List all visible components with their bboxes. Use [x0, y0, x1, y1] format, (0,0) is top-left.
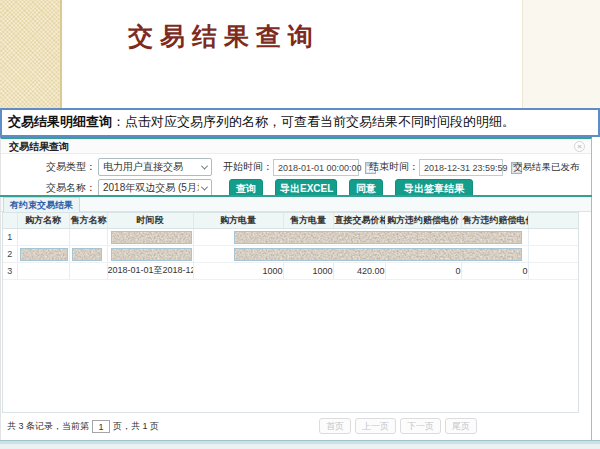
price-cell: 420.00 — [333, 262, 385, 279]
panel-header: 交易结果查询 × — [1, 139, 591, 154]
table-header-row: 购方名称 售方名称 时间段 购方电量 售方电量 直接交易价格 购方违约赔偿电价 … — [3, 213, 579, 228]
filler-cell — [528, 262, 579, 279]
row-index: 1 — [3, 228, 17, 245]
beige-sidebar — [0, 0, 62, 108]
page-number-input[interactable] — [92, 420, 110, 433]
tab-constrained-results[interactable]: 有约束交易结果 — [3, 197, 80, 212]
pagination-bar: 共 3 条记录，当前第 页，共 1 页 首页 上一页 下一页 尾页 — [1, 413, 591, 440]
dropdown-arrow-icon — [201, 162, 208, 169]
start-time-label: 开始时间： — [223, 158, 273, 176]
column-header-period: 时间段 — [107, 213, 193, 228]
redacted-block — [111, 231, 192, 244]
notice-body: ：点击对应交易序列的名称，可查看当前交易结果不同时间段的明细。 — [112, 114, 515, 129]
collapse-panel-icon[interactable]: × — [574, 141, 585, 152]
values-cell-group — [193, 245, 528, 262]
column-header-buyer-energy: 购方电量 — [193, 213, 283, 228]
seller-energy-cell: 1000 — [283, 262, 333, 279]
record-summary-suffix: 页，共 1 页 — [113, 420, 159, 433]
table-row-1: 1 — [3, 228, 579, 245]
next-page-button[interactable]: 下一页 — [400, 418, 441, 434]
filler-cell — [528, 228, 579, 245]
dropdown-arrow-icon — [201, 183, 208, 190]
buyer-name-cell[interactable] — [17, 245, 69, 262]
trade-type-value: 电力用户直接交易 — [103, 158, 183, 176]
buyer-energy-cell: 1000 — [193, 262, 283, 279]
redacted-block — [234, 231, 522, 244]
app-screen: 交易结果查询 交易结果明细查询：点击对应交易序列的名称，可查看当前交易结果不同时… — [0, 0, 600, 449]
last-page-button[interactable]: 尾页 — [445, 418, 477, 434]
column-header-index — [3, 213, 17, 228]
redacted-block — [72, 248, 102, 261]
column-header-buyer-penalty: 购方违约赔偿电价 — [385, 213, 461, 228]
period-cell — [107, 245, 193, 262]
start-time-value: 2018-01-01 00:00:00 — [278, 159, 362, 177]
table-row-3: 3 2018-01-01至2018-12-31 1000 1000 420.00… — [3, 262, 579, 279]
trade-type-select[interactable]: 电力用户直接交易 — [98, 158, 212, 176]
column-header-seller-penalty: 售方违约赔偿电价 — [461, 213, 528, 228]
end-time-input[interactable]: 2018-12-31 23:59:59 — [419, 159, 503, 176]
start-time-input[interactable]: 2018-01-01 00:00:00 — [273, 159, 359, 176]
notice-lead: 交易结果明细查询 — [8, 114, 112, 129]
published-status-text: 交易结果已发布 — [513, 158, 580, 176]
row-index: 2 — [3, 245, 17, 262]
column-header-seller: 售方名称 — [69, 213, 107, 228]
prev-page-button[interactable]: 上一页 — [355, 418, 396, 434]
column-header-buyer: 购方名称 — [17, 213, 69, 228]
column-header-seller-energy: 售方电量 — [283, 213, 333, 228]
top-right-strip — [522, 0, 600, 108]
buyer-name-cell[interactable] — [17, 228, 69, 245]
values-cell-group — [193, 228, 528, 245]
trade-type-label: 交易类型： — [46, 158, 96, 176]
bottom-bar — [0, 440, 600, 449]
period-cell: 2018-01-01至2018-12-31 — [107, 262, 193, 279]
redacted-block — [111, 248, 192, 261]
buyer-name-cell[interactable] — [17, 262, 69, 279]
seller-penalty-cell: 0 — [461, 262, 528, 279]
seller-name-cell[interactable] — [69, 245, 107, 262]
column-header-filler — [528, 213, 579, 228]
tab-bar: 有约束交易结果 — [1, 197, 591, 212]
row-index: 3 — [3, 262, 17, 279]
panel-title: 交易结果查询 — [9, 141, 69, 152]
query-panel: 交易结果查询 × 交易类型： 电力用户直接交易 开始时间： 2018-01-01… — [0, 137, 592, 440]
table-row-2: 2 — [3, 245, 579, 262]
record-summary: 共 3 条记录，当前第 页，共 1 页 — [7, 420, 159, 433]
seller-name-cell[interactable] — [69, 228, 107, 245]
period-cell — [107, 228, 193, 245]
first-page-button[interactable]: 首页 — [319, 418, 351, 434]
redacted-block — [20, 248, 68, 261]
end-time-value: 2018-12-31 23:59:59 — [424, 159, 508, 177]
query-form: 交易类型： 电力用户直接交易 开始时间： 2018-01-01 00:00:00… — [1, 154, 591, 195]
page-title: 交易结果查询 — [128, 20, 320, 53]
redacted-block — [234, 248, 522, 261]
seller-name-cell[interactable] — [69, 262, 107, 279]
column-header-price: 直接交易价格 — [333, 213, 385, 228]
top-band: 交易结果查询 — [0, 0, 600, 108]
record-summary-prefix: 共 3 条记录，当前第 — [7, 420, 89, 433]
end-time-label: 结束时间： — [369, 158, 419, 176]
results-table-container: 购方名称 售方名称 时间段 购方电量 售方电量 直接交易价格 购方违约赔偿电价 … — [2, 212, 579, 413]
buyer-penalty-cell: 0 — [385, 262, 461, 279]
results-table: 购方名称 售方名称 时间段 购方电量 售方电量 直接交易价格 购方违约赔偿电价 … — [3, 213, 579, 280]
filler-cell — [528, 245, 579, 262]
notice-banner: 交易结果明细查询：点击对应交易序列的名称，可查看当前交易结果不同时间段的明细。 — [0, 108, 600, 137]
